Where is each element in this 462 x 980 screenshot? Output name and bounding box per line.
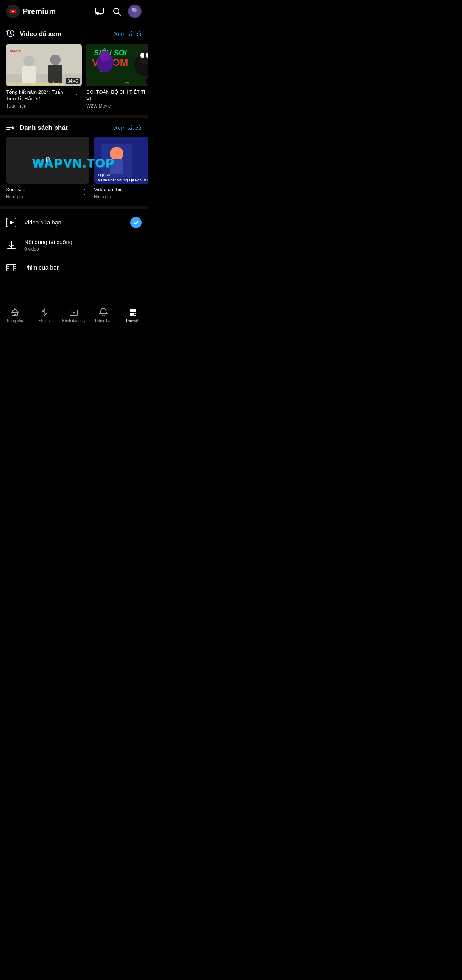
downloads-subtitle: 0 video [24, 247, 142, 252]
playlist-name-2: Video đã thích [94, 187, 148, 193]
svg-text:Tập 1-8: Tập 1-8 [98, 173, 110, 177]
video-meta-1: Tổng kết năm 2024: Tuấn Tiền Tỉ, Hải Dờ … [6, 89, 72, 109]
video-title-1: Tổng kết năm 2024: Tuấn Tiền Tỉ, Hải Dờ [6, 89, 72, 102]
video-more-1[interactable]: ⋮ [72, 89, 82, 99]
home-icon [10, 307, 20, 317]
svg-rect-16 [22, 66, 36, 83]
divider-2 [0, 205, 148, 208]
svg-rect-48 [7, 264, 16, 271]
video-meta-2: SOI TOÀN BỘ CHI TIẾT THÚ VỊ... W2W Movie [86, 89, 148, 109]
film-icon [6, 262, 17, 273]
playlist-info-2: Video đã thích Riêng tư ⋮ [94, 187, 148, 199]
watch-later-count: 0 [45, 155, 50, 165]
playlist-privacy-2: Riêng tư [94, 194, 148, 199]
playlist-watch-later[interactable]: 0 Xem sau Riêng tư ⋮ [6, 137, 89, 199]
svg-rect-18 [48, 65, 62, 83]
app-header: Premium [0, 0, 148, 23]
svg-marker-58 [73, 312, 75, 314]
svg-rect-42 [110, 159, 123, 175]
svg-point-30 [140, 52, 144, 58]
header-left: Premium [6, 5, 56, 18]
svg-point-27 [100, 51, 111, 61]
header-actions [95, 5, 142, 18]
watched-videos-row: SMART TỔNG KẾT NĂM 2024: TUẦN TIỀN TỈ, H… [0, 44, 148, 115]
library-item-movies[interactable]: Phim của bạn [0, 257, 148, 278]
user-avatar[interactable] [128, 5, 142, 18]
bottom-spacer [0, 281, 148, 304]
playlist-thumb-watch-later: 0 [6, 137, 89, 184]
video-channel-1: Tuấn Tiền Tỉ [6, 103, 72, 109]
library-item-your-videos[interactable]: Video của bạn [0, 212, 148, 234]
nav-subscriptions[interactable]: Kênh đăng ký [62, 307, 85, 323]
downloads-text: Nội dung tải xuống 0 video [24, 239, 142, 252]
movies-title: Phim của bạn [24, 264, 142, 271]
svg-point-17 [50, 54, 61, 65]
your-videos-title: Video của bạn [24, 219, 123, 226]
playlist-title-group: Danh sách phát [6, 124, 68, 132]
watched-section-header: Video đã xem Xem tất cả [0, 23, 148, 44]
app-title: Premium [23, 7, 56, 16]
video-title-2: SOI TOÀN BỘ CHI TIẾT THÚ VỊ... [86, 89, 148, 102]
video-card-1[interactable]: SMART TỔNG KẾT NĂM 2024: TUẦN TIỀN TỈ, H… [6, 44, 82, 109]
svg-point-10 [133, 9, 134, 10]
bottom-nav: Trang chủ Shorts Kênh đăng ký Thông báo [0, 304, 148, 328]
watched-title-group: Video đã xem [6, 29, 61, 39]
watched-section: Video đã xem Xem tất cả SMART [0, 23, 148, 115]
nav-shorts[interactable]: Shorts [33, 307, 56, 323]
svg-text:SMART: SMART [10, 49, 22, 53]
playlist-icon [6, 124, 15, 132]
playlist-info-1: Xem sau Riêng tư ⋮ [6, 187, 89, 199]
playlist-more-1[interactable]: ⋮ [80, 187, 89, 196]
svg-text:Mạnh Nhất Nhưng Lại Nghĩ Mình : Mạnh Nhất Nhưng Lại Nghĩ Mình Yếu [98, 178, 148, 182]
search-button[interactable] [112, 6, 122, 17]
playlist-meta-2: Video đã thích Riêng tư [94, 187, 148, 199]
svg-marker-46 [10, 221, 14, 224]
nav-shorts-label: Shorts [38, 319, 49, 323]
cast-button[interactable] [95, 6, 105, 17]
playlist-name-1: Xem sau [6, 187, 80, 193]
svg-point-41 [110, 147, 123, 161]
playlist-section: Danh sách phát Xem tất cả 0 Xem sau Riên… [0, 118, 148, 205]
watched-title: Video đã xem [20, 30, 61, 38]
playlist-privacy-1: Riêng tư [6, 194, 80, 199]
playlist-liked[interactable]: Mạnh Nhất Nhưng Lại Nghĩ Mình Yếu Tập 1-… [94, 137, 148, 199]
playlist-meta-1: Xem sau Riêng tư [6, 187, 80, 199]
subscriptions-icon [69, 307, 79, 317]
video-channel-2: W2W Movie [86, 103, 148, 109]
nav-notifications-label: Thông báo [94, 319, 113, 323]
nav-home[interactable]: Trang chủ [3, 307, 26, 323]
svg-marker-38 [13, 126, 15, 129]
svg-rect-60 [133, 309, 136, 312]
video-thumb-2: SIÊU SOI VENOM ••• VAR 19:42 [86, 44, 148, 86]
library-item-downloads[interactable]: Nội dung tải xuống 0 video [0, 234, 148, 257]
svg-rect-56 [14, 314, 16, 316]
video-duration-2: 19:42 [146, 78, 148, 84]
nav-notifications[interactable]: Thông báo [92, 307, 115, 323]
downloads-title: Nội dung tải xuống [24, 239, 142, 246]
video-info-2: SOI TOÀN BỘ CHI TIẾT THÚ VỊ... W2W Movie… [86, 89, 148, 109]
nav-home-label: Trang chủ [6, 319, 23, 323]
video-info-1: Tổng kết năm 2024: Tuấn Tiền Tỉ, Hải Dờ … [6, 89, 82, 109]
movies-text: Phim của bạn [24, 264, 142, 271]
shorts-icon [39, 307, 49, 317]
youtube-logo [6, 5, 20, 18]
play-square-icon [6, 217, 17, 228]
check-badge [130, 217, 142, 228]
library-nav-icon [128, 307, 138, 317]
svg-rect-61 [129, 313, 132, 316]
watched-see-all[interactable]: Xem tất cả [114, 31, 142, 38]
nav-library[interactable]: Thư viện [121, 307, 144, 323]
video-card-2[interactable]: SIÊU SOI VENOM ••• VAR 19:42 SOI [86, 44, 148, 109]
divider-1 [0, 115, 148, 118]
video-thumb-1: SMART TỔNG KẾT NĂM 2024: TUẦN TIỀN TỈ, H… [6, 44, 82, 86]
svg-text:VAR: VAR [124, 81, 130, 84]
playlist-thumb-liked: Mạnh Nhất Nhưng Lại Nghĩ Mình Yếu Tập 1-… [94, 137, 148, 184]
nav-library-label: Thư viện [125, 319, 140, 323]
nav-subscriptions-label: Kênh đăng ký [62, 319, 85, 323]
svg-point-4 [96, 15, 97, 16]
svg-point-15 [24, 56, 34, 66]
playlist-see-all[interactable]: Xem tất cả [114, 124, 142, 131]
video-duration-1: 34:45 [66, 78, 80, 84]
svg-line-6 [118, 13, 121, 16]
history-icon [6, 29, 15, 39]
